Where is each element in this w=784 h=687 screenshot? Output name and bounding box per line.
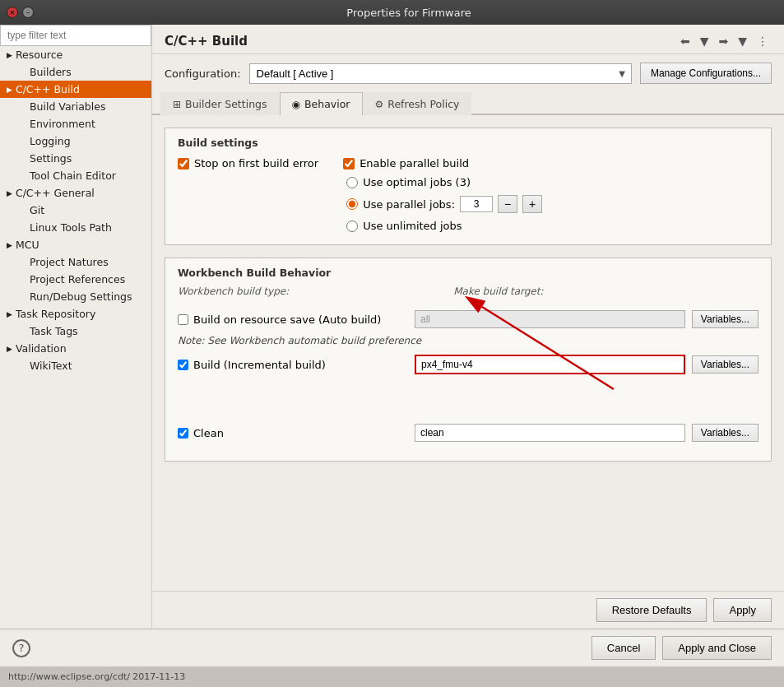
sidebar-item-logging[interactable]: Logging xyxy=(0,132,151,150)
build-type-label: Workbench build type: xyxy=(178,285,289,297)
chevron-icon: ▶ xyxy=(7,51,12,59)
footer-right-buttons: Restore Defaults Apply xyxy=(596,598,772,622)
sidebar: ▶ResourceBuilders▶C/C++ BuildBuild Varia… xyxy=(0,25,152,629)
jobs-increment-button[interactable]: + xyxy=(522,195,542,213)
enable-parallel-checkbox[interactable] xyxy=(343,158,355,169)
sidebar-item-resource[interactable]: ▶Resource xyxy=(0,46,151,63)
configuration-select[interactable]: Default [ Active ] xyxy=(249,63,632,84)
use-parallel-jobs-row: Use parallel jobs: − + xyxy=(343,195,758,213)
status-text: http://www.eclipse.org/cdt/ 2017-11-13 xyxy=(8,671,185,682)
make-target-label: Make build target: xyxy=(453,285,543,297)
jobs-decrement-button[interactable]: − xyxy=(498,195,517,213)
sidebar-item-build-variables[interactable]: Build Variables xyxy=(0,98,151,115)
help-button[interactable]: ? xyxy=(12,639,30,657)
restore-defaults-button[interactable]: Restore Defaults xyxy=(596,598,707,622)
auto-build-variables-button[interactable]: Variables... xyxy=(692,310,758,328)
apply-button[interactable]: Apply xyxy=(713,598,772,622)
sidebar-item-label: C/C++ Build xyxy=(16,83,80,95)
sidebar-item-label: MCU xyxy=(16,239,39,251)
sidebar-item-task-repository[interactable]: ▶Task Repository xyxy=(0,305,151,323)
auto-build-target-input[interactable] xyxy=(415,310,685,328)
use-unlimited-jobs-row: Use unlimited jobs xyxy=(343,220,758,232)
build-settings-title: Build settings xyxy=(178,137,758,149)
sidebar-item-run-debug-settings[interactable]: Run/Debug Settings xyxy=(0,288,151,305)
sidebar-item-label: Builders xyxy=(30,66,72,78)
tab-refresh-policy-label: Refresh Policy xyxy=(387,98,459,110)
clean-variables-button[interactable]: Variables... xyxy=(692,424,758,442)
use-unlimited-jobs-radio[interactable] xyxy=(346,220,358,232)
sidebar-item-wikitext[interactable]: WikiText xyxy=(0,357,151,374)
configuration-label: Configuration: xyxy=(165,67,241,80)
apply-and-close-button[interactable]: Apply and Close xyxy=(662,636,772,660)
sidebar-item-label: Tool Chain Editor xyxy=(30,169,116,182)
bottom-action-bar: ? Cancel Apply and Close xyxy=(0,629,784,666)
sidebar-item-label: Validation xyxy=(16,342,67,355)
incremental-build-target-input[interactable] xyxy=(415,355,685,374)
chevron-icon: ▶ xyxy=(7,241,12,249)
use-optimal-jobs-label: Use optimal jobs (3) xyxy=(363,176,471,188)
tabs-row: ⊞ Builder Settings ◉ Behavior ⚙ Refresh … xyxy=(152,92,784,115)
parallel-jobs-input[interactable] xyxy=(460,196,493,212)
tab-behavior[interactable]: ◉ Behavior xyxy=(280,92,363,115)
configuration-select-wrapper: Default [ Active ] xyxy=(249,63,632,84)
auto-build-label: Build on resource save (Auto build) xyxy=(193,313,381,326)
manage-configurations-button[interactable]: Manage Configurations... xyxy=(640,63,772,84)
enable-parallel-row: Enable parallel build xyxy=(343,157,758,169)
chevron-icon: ▶ xyxy=(7,189,12,197)
use-optimal-jobs-radio[interactable] xyxy=(346,177,358,188)
sidebar-item-task-tags[interactable]: Task Tags xyxy=(0,323,151,340)
sidebar-item-linux-tools-path[interactable]: Linux Tools Path xyxy=(0,219,151,236)
behavior-icon: ◉ xyxy=(292,99,300,110)
menu-icon[interactable]: ⋮ xyxy=(754,33,772,49)
build-settings-grid: Stop on first build error Enable paralle… xyxy=(178,157,758,232)
incremental-build-label: Build (Incremental build) xyxy=(193,359,326,371)
stop-on-error-checkbox[interactable] xyxy=(178,158,189,169)
cancel-button[interactable]: Cancel xyxy=(591,636,656,660)
filter-input[interactable] xyxy=(0,25,151,46)
window-title: Properties for Firmware xyxy=(40,7,777,19)
sidebar-item-tool-chain-editor[interactable]: Tool Chain Editor xyxy=(0,167,151,184)
configuration-row: Configuration: Default [ Active ] Manage… xyxy=(152,54,784,92)
sidebar-item-settings[interactable]: Settings xyxy=(0,150,151,167)
incremental-build-checkbox[interactable] xyxy=(178,360,188,370)
sidebar-item-git[interactable]: Git xyxy=(0,202,151,219)
auto-build-checkbox[interactable] xyxy=(178,314,188,325)
sidebar-item-label: Resource xyxy=(16,49,63,61)
stop-on-error-row: Stop on first build error xyxy=(178,157,318,169)
panel: Build settings Stop on first build error… xyxy=(152,115,784,591)
clean-target-input[interactable] xyxy=(415,424,685,442)
dropdown2-icon[interactable]: ▼ xyxy=(735,33,750,49)
sidebar-item-label: WikiText xyxy=(30,360,72,372)
clean-checkbox[interactable] xyxy=(178,428,188,439)
window-controls: × – xyxy=(7,7,34,18)
dropdown-icon[interactable]: ▼ xyxy=(697,33,712,49)
sidebar-item-validation[interactable]: ▶Validation xyxy=(0,340,151,357)
enable-parallel-label: Enable parallel build xyxy=(360,157,469,169)
minimize-button[interactable]: – xyxy=(22,7,34,18)
tab-refresh-policy[interactable]: ⚙ Refresh Policy xyxy=(363,92,472,115)
sidebar-item-project-natures[interactable]: Project Natures xyxy=(0,253,151,271)
clean-label: Clean xyxy=(193,427,224,439)
incremental-build-variables-button[interactable]: Variables... xyxy=(692,355,758,374)
incremental-build-row: Build (Incremental build) Variables... xyxy=(178,355,758,374)
sidebar-item-label: Task Tags xyxy=(30,325,78,337)
use-parallel-jobs-radio[interactable] xyxy=(346,198,358,210)
status-bar: http://www.eclipse.org/cdt/ 2017-11-13 xyxy=(0,666,784,687)
sidebar-item-cpp-general[interactable]: ▶C/C++ General xyxy=(0,184,151,202)
back-icon[interactable]: ⬅ xyxy=(677,33,694,49)
tab-behavior-label: Behavior xyxy=(304,98,350,110)
close-button[interactable]: × xyxy=(7,7,18,18)
stop-on-error-label: Stop on first build error xyxy=(194,157,318,169)
tab-builder-settings[interactable]: ⊞ Builder Settings xyxy=(160,92,280,115)
forward-icon[interactable]: ➡ xyxy=(715,33,731,49)
build-settings-section: Build settings Stop on first build error… xyxy=(165,128,772,245)
sidebar-item-environment[interactable]: Environment xyxy=(0,115,151,132)
sidebar-item-builders[interactable]: Builders xyxy=(0,63,151,81)
header-icons: ⬅ ▼ ➡ ▼ ⋮ xyxy=(677,33,772,49)
auto-build-row: Build on resource save (Auto build) Vari… xyxy=(178,310,758,328)
sidebar-item-mcu[interactable]: ▶MCU xyxy=(0,236,151,253)
sidebar-item-project-references[interactable]: Project References xyxy=(0,271,151,288)
sidebar-item-cpp-build[interactable]: ▶C/C++ Build xyxy=(0,81,151,98)
sidebar-item-label: Environment xyxy=(30,118,95,130)
sidebar-item-label: Build Variables xyxy=(30,100,105,113)
